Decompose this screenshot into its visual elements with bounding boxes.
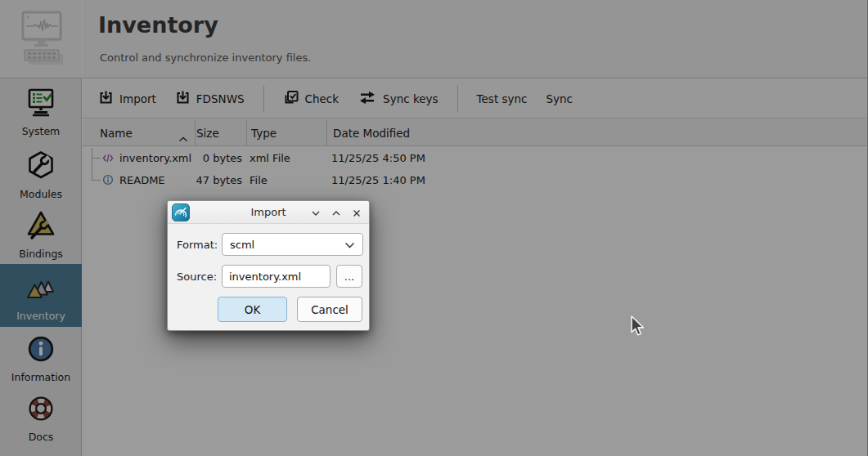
expand-button[interactable] bbox=[331, 208, 341, 218]
dialog-titlebar[interactable]: Import bbox=[168, 201, 369, 224]
format-selected-value: scml bbox=[230, 239, 254, 251]
source-input[interactable] bbox=[222, 265, 331, 288]
format-label: Format: bbox=[177, 239, 218, 251]
modal-dim-overlay bbox=[0, 0, 868, 456]
cancel-button[interactable]: Cancel bbox=[297, 297, 362, 322]
cancel-button-label: Cancel bbox=[311, 303, 349, 316]
browse-button-label: ... bbox=[344, 270, 354, 283]
close-icon[interactable] bbox=[351, 208, 362, 218]
format-select[interactable]: scml bbox=[222, 233, 363, 256]
mouse-cursor bbox=[630, 315, 648, 341]
dialog-window-controls bbox=[310, 208, 362, 218]
source-label: Source: bbox=[177, 270, 217, 283]
ok-button-label: OK bbox=[245, 303, 260, 316]
import-dialog: Import Format: bbox=[167, 200, 370, 331]
chevron-down-icon bbox=[344, 239, 355, 251]
application-window: System Modules bbox=[0, 0, 868, 456]
ok-button[interactable]: OK bbox=[218, 297, 287, 322]
browse-button[interactable]: ... bbox=[336, 265, 362, 288]
collapse-button[interactable] bbox=[310, 208, 321, 218]
